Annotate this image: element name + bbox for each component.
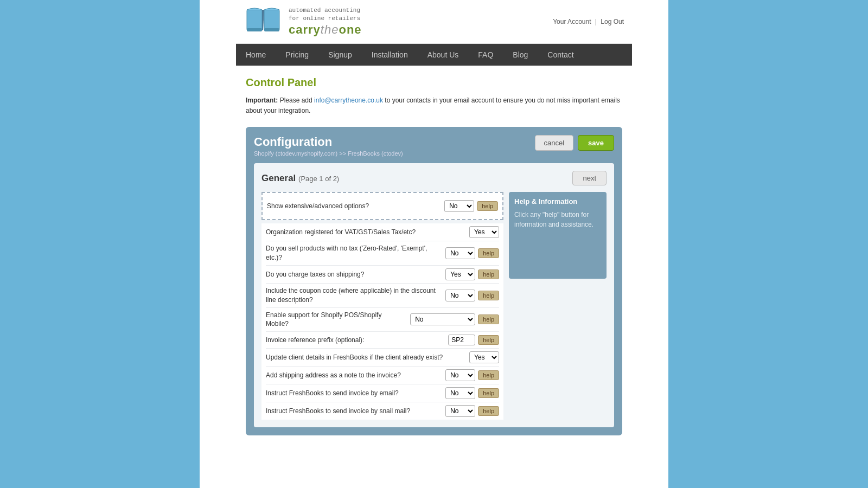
row-label: Show extensive/advanced options? bbox=[267, 202, 444, 211]
nav-item-home[interactable]: Home bbox=[236, 44, 276, 66]
table-row: Do you sell products with no tax ('Zero-… bbox=[266, 241, 499, 266]
row-label: Instruct FreshBooks to send invoice by e… bbox=[266, 389, 445, 398]
shopify-pos-select[interactable]: No Yes bbox=[410, 313, 475, 325]
help-box-title: Help & Information bbox=[514, 197, 601, 206]
table-row: Organization registered for VAT/GST/Sale… bbox=[266, 223, 499, 241]
row-control: No Yes help bbox=[445, 369, 499, 381]
next-button[interactable]: next bbox=[572, 171, 607, 185]
table-row: Show extensive/advanced options? No Yes … bbox=[267, 197, 498, 215]
important-label: Important: bbox=[246, 97, 278, 104]
general-title: General (Page 1 of 2) bbox=[261, 173, 339, 184]
content-area: Control Panel Important: Please add info… bbox=[236, 66, 632, 446]
general-section: General (Page 1 of 2) next Show extensiv… bbox=[254, 163, 614, 427]
your-account-link[interactable]: Your Account bbox=[553, 18, 591, 25]
table-row: Instruct FreshBooks to send invoice by e… bbox=[266, 384, 499, 402]
vat-registered-select[interactable]: Yes No bbox=[469, 226, 499, 238]
nav-item-pricing[interactable]: Pricing bbox=[276, 44, 318, 66]
page-info: (Page 1 of 2) bbox=[298, 175, 339, 183]
general-header: General (Page 1 of 2) next bbox=[261, 171, 607, 185]
svg-rect-4 bbox=[264, 28, 279, 31]
row-control: Yes No bbox=[469, 226, 499, 238]
logo-the: the bbox=[321, 23, 339, 36]
svg-rect-0 bbox=[247, 10, 262, 30]
logo-area: automated accounting for online retailer… bbox=[244, 5, 362, 38]
help-section: Help & Information Click any "help" butt… bbox=[509, 192, 607, 420]
invoice-prefix-help-button[interactable]: help bbox=[478, 335, 499, 345]
logo-carry: carry bbox=[289, 23, 321, 36]
coupon-code-help-button[interactable]: help bbox=[478, 291, 499, 300]
general-body: Show extensive/advanced options? No Yes … bbox=[261, 192, 607, 420]
logo-icon bbox=[244, 5, 282, 38]
nav-item-about-us[interactable]: About Us bbox=[418, 44, 469, 66]
row-label: Update client details in FreshBooks if t… bbox=[266, 353, 469, 362]
send-snail-mail-select[interactable]: No Yes bbox=[445, 405, 475, 417]
extensive-options-select[interactable]: No Yes bbox=[444, 200, 474, 212]
invoice-prefix-input[interactable] bbox=[448, 335, 475, 345]
row-control: Yes No help bbox=[445, 268, 499, 280]
config-box: Configuration Shopify (ctodev.myshopify.… bbox=[246, 127, 622, 435]
nav-item-contact[interactable]: Contact bbox=[538, 44, 583, 66]
row-label: Organization registered for VAT/GST/Sale… bbox=[266, 228, 469, 237]
logo-text: automated accounting for online retailer… bbox=[289, 7, 362, 37]
nav-bar: Home Pricing Signup Installation About U… bbox=[236, 44, 632, 66]
logout-link[interactable]: Log Out bbox=[601, 18, 624, 25]
row-label: Add shipping address as a note to the in… bbox=[266, 371, 445, 380]
help-box-text: Click any "help" button for information … bbox=[514, 210, 601, 229]
update-client-select[interactable]: Yes No bbox=[469, 351, 499, 363]
row-control: help bbox=[448, 335, 499, 345]
send-snail-mail-help-button[interactable]: help bbox=[478, 406, 499, 416]
site-header: automated accounting for online retailer… bbox=[236, 0, 632, 44]
row-control: No Yes help bbox=[445, 387, 499, 399]
tax-shipping-help-button[interactable]: help bbox=[478, 269, 499, 279]
row-label: Enable support for Shopify POS/Shopify M… bbox=[266, 311, 410, 329]
shipping-note-help-button[interactable]: help bbox=[478, 370, 499, 380]
help-box: Help & Information Click any "help" butt… bbox=[509, 192, 607, 279]
save-button[interactable]: save bbox=[578, 135, 614, 151]
svg-rect-1 bbox=[264, 10, 279, 30]
plain-form-rows: Organization registered for VAT/GST/Sale… bbox=[261, 223, 503, 420]
dashed-form-rows: Show extensive/advanced options? No Yes … bbox=[261, 192, 503, 220]
nav-item-signup[interactable]: Signup bbox=[318, 44, 362, 66]
logo-brand: carrytheone bbox=[289, 23, 362, 37]
row-control: No Yes help bbox=[445, 290, 499, 301]
extensive-options-help-button[interactable]: help bbox=[477, 201, 498, 211]
config-subtitle: Shopify (ctodev.myshopify.com) >> FreshB… bbox=[254, 150, 403, 157]
row-control: No Yes help bbox=[410, 313, 499, 325]
nav-item-installation[interactable]: Installation bbox=[362, 44, 418, 66]
table-row: Include the coupon code (where applicabl… bbox=[266, 284, 499, 308]
svg-marker-2 bbox=[262, 10, 264, 30]
shipping-note-select[interactable]: No Yes bbox=[445, 369, 475, 381]
logo-one: one bbox=[339, 23, 361, 36]
svg-rect-3 bbox=[247, 28, 262, 31]
coupon-code-select[interactable]: No Yes bbox=[445, 290, 475, 301]
table-row: Enable support for Shopify POS/Shopify M… bbox=[266, 308, 499, 332]
form-section: Show extensive/advanced options? No Yes … bbox=[261, 192, 503, 420]
nav-item-faq[interactable]: FAQ bbox=[468, 44, 503, 66]
nav-item-blog[interactable]: Blog bbox=[503, 44, 538, 66]
table-row: Update client details in FreshBooks if t… bbox=[266, 349, 499, 367]
row-control: No Yes help bbox=[444, 200, 498, 212]
zero-rated-select[interactable]: No Yes bbox=[445, 247, 475, 259]
important-email[interactable]: info@carrytheone.co.uk bbox=[314, 97, 383, 104]
tax-shipping-select[interactable]: Yes No bbox=[445, 268, 475, 280]
row-label: Do you sell products with no tax ('Zero-… bbox=[266, 244, 445, 262]
row-label: Do you charge taxes on shipping? bbox=[266, 270, 445, 279]
send-email-select[interactable]: No Yes bbox=[445, 387, 475, 399]
row-label: Include the coupon code (where applicabl… bbox=[266, 286, 445, 305]
control-panel-title: Control Panel bbox=[246, 76, 622, 89]
row-label: Instruct FreshBooks to send invoice by s… bbox=[266, 407, 445, 416]
table-row: Instruct FreshBooks to send invoice by s… bbox=[266, 402, 499, 420]
shopify-pos-help-button[interactable]: help bbox=[478, 314, 499, 324]
zero-rated-help-button[interactable]: help bbox=[478, 248, 499, 258]
table-row: Add shipping address as a note to the in… bbox=[266, 367, 499, 384]
row-control: No Yes help bbox=[445, 405, 499, 417]
row-label: Invoice reference prefix (optional): bbox=[266, 336, 448, 345]
logo-tagline: automated accounting for online retailer… bbox=[289, 7, 362, 23]
config-title: Configuration bbox=[254, 135, 403, 149]
send-email-help-button[interactable]: help bbox=[478, 388, 499, 398]
config-header: Configuration Shopify (ctodev.myshopify.… bbox=[254, 135, 614, 157]
row-control: Yes No bbox=[469, 351, 499, 363]
cancel-button[interactable]: cancel bbox=[535, 135, 574, 151]
table-row: Invoice reference prefix (optional): hel… bbox=[266, 332, 499, 349]
important-notice: Important: Please add info@carrytheone.c… bbox=[246, 95, 622, 116]
